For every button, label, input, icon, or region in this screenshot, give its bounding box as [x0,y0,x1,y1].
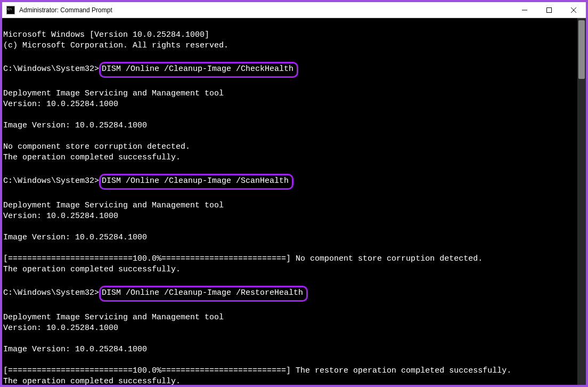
dism-tool-line: Deployment Image Servicing and Managemen… [3,313,224,322]
titlebar[interactable]: Administrator: Command Prompt [2,2,586,18]
highlight-scanhealth-cmd: DISM /Online /Cleanup-Image /ScanHealth [99,174,293,190]
image-version-line: Image Version: 10.0.25284.1000 [3,233,147,242]
ms-header-line-2: (c) Microsoft Corporation. All rights re… [3,41,228,50]
scan-progress-line: [==========================100.0%=======… [3,254,483,263]
cmd-icon [6,6,15,14]
image-version-line: Image Version: 10.0.25284.1000 [3,345,147,354]
maximize-button[interactable] [537,2,561,18]
minimize-icon [522,7,527,13]
image-version-line: Image Version: 10.0.25284.1000 [3,121,147,130]
terminal-viewport[interactable]: Microsoft Windows [Version 10.0.25284.10… [2,18,586,385]
close-icon [571,7,576,13]
restore-progress-line: [==========================100.0%=======… [3,366,511,375]
scan-result: The operation completed successfully. [3,265,181,274]
vertical-scrollbar[interactable] [577,18,586,385]
dism-tool-line: Deployment Image Servicing and Managemen… [3,89,224,98]
dism-tool-line: Deployment Image Servicing and Managemen… [3,201,224,210]
highlight-checkhealth-cmd: DISM /Online /Cleanup-Image /CheckHealth [99,62,298,78]
svg-rect-1 [547,7,552,12]
check-result-1: No component store corruption detected. [3,142,190,151]
outer-highlight-border: Administrator: Command Prompt Microsoft … [0,0,588,387]
close-button[interactable] [561,2,586,18]
restore-result: The operation completed successfully. [3,377,181,385]
window-title: Administrator: Command Prompt [19,6,112,14]
dism-version-line: Version: 10.0.25284.1000 [3,212,118,221]
maximize-icon [546,7,552,13]
scrollbar-thumb[interactable] [578,20,585,79]
cmd-window: Administrator: Command Prompt Microsoft … [2,2,586,385]
prompt-line-2: C:\Windows\System32>DISM /Online /Cleanu… [3,176,293,186]
prompt-prefix: C:\Windows\System32> [3,176,99,186]
prompt-prefix: C:\Windows\System32> [3,288,99,297]
dism-version-line: Version: 10.0.25284.1000 [3,100,118,109]
prompt-prefix: C:\Windows\System32> [3,64,99,74]
dism-version-line: Version: 10.0.25284.1000 [3,324,118,333]
check-result-2: The operation completed successfully. [3,153,181,162]
minimize-button[interactable] [512,2,537,18]
prompt-line-1: C:\Windows\System32>DISM /Online /Cleanu… [3,64,298,74]
highlight-restorehealth-cmd: DISM /Online /Cleanup-Image /RestoreHeal… [99,286,308,302]
prompt-line-3: C:\Windows\System32>DISM /Online /Cleanu… [3,288,308,297]
ms-header-line-1: Microsoft Windows [Version 10.0.25284.10… [3,30,209,39]
